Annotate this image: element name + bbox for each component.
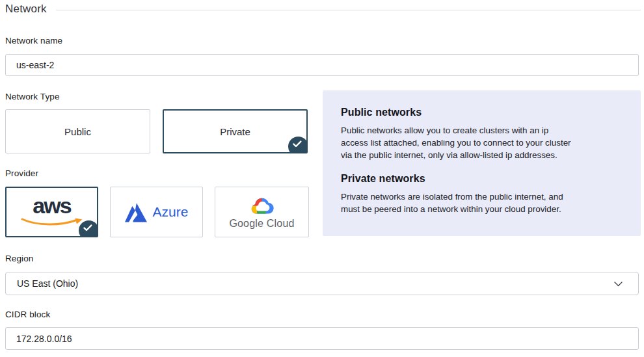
- provider-option-azure[interactable]: Azure: [110, 187, 203, 237]
- info-public-text: access list attached, enabling you to co…: [341, 137, 625, 149]
- aws-logo-icon: aws: [18, 194, 86, 232]
- region-select[interactable]: US East (Ohio): [5, 272, 639, 295]
- provider-option-aws[interactable]: aws: [5, 187, 98, 237]
- info-public-title: Public networks: [341, 107, 625, 118]
- google-cloud-logo-text: Google Cloud: [229, 218, 294, 230]
- cidr-block-label: CIDR block: [5, 310, 50, 319]
- network-settings-form: Network Network name Network Type Public…: [0, 0, 644, 357]
- network-type-label: Network Type: [5, 92, 60, 101]
- google-cloud-logo-icon: [250, 197, 274, 215]
- network-type-option-label: Public: [64, 126, 91, 137]
- region-label: Region: [5, 254, 33, 263]
- azure-logo-icon: [125, 202, 147, 222]
- info-public-text: Public networks allow you to create clus…: [341, 124, 625, 137]
- network-type-option-private[interactable]: Private: [163, 109, 308, 153]
- network-name-input[interactable]: [5, 54, 639, 76]
- info-private-title: Private networks: [341, 173, 625, 185]
- info-private-text: Private networks are isolated from the p…: [341, 191, 625, 203]
- azure-logo-text: Azure: [153, 204, 189, 220]
- network-type-option-public[interactable]: Public: [5, 109, 150, 153]
- info-private-text: must be peered into a network within you…: [341, 203, 625, 215]
- cidr-block-input[interactable]: [5, 327, 639, 350]
- aws-logo-text: aws: [18, 194, 86, 217]
- provider-option-google-cloud[interactable]: Google Cloud: [215, 187, 309, 237]
- network-type-info-panel: Public networks Public networks allow yo…: [323, 90, 641, 236]
- check-icon: [79, 220, 98, 237]
- google-cloud-logo: Google Cloud: [229, 197, 294, 230]
- chevron-down-icon: [614, 278, 623, 289]
- network-type-option-label: Private: [220, 126, 250, 137]
- check-icon: [288, 137, 308, 153]
- network-name-label: Network name: [5, 36, 62, 46]
- azure-logo: Azure: [125, 202, 189, 222]
- section-divider: [56, 10, 641, 10]
- section-title: Network: [5, 3, 47, 16]
- aws-swoosh-icon: [20, 218, 84, 227]
- info-public-text: via the public internet, only via allow-…: [341, 149, 625, 161]
- section-header: Network: [5, 3, 641, 16]
- provider-label: Provider: [5, 168, 38, 178]
- region-select-value: US East (Ohio): [17, 278, 78, 289]
